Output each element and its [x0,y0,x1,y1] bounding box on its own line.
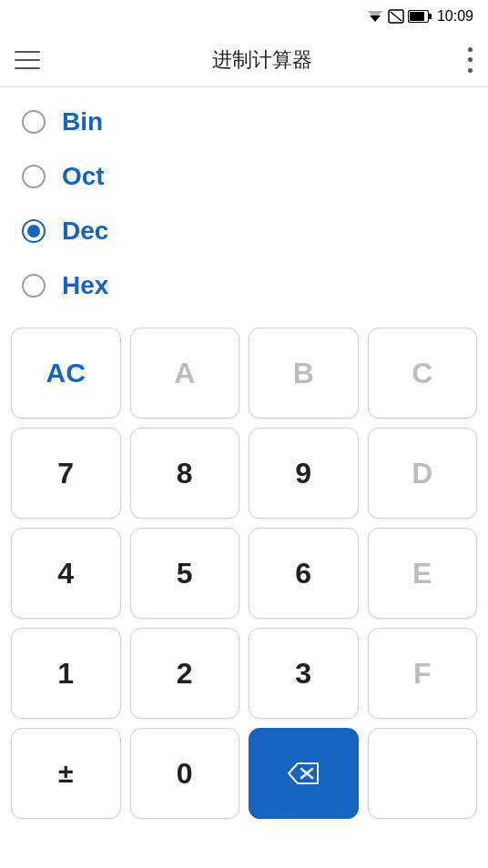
key-3[interactable]: 3 [249,628,359,719]
key-e[interactable]: E [368,528,478,619]
radio-circle-bin [22,110,46,134]
status-icons [366,9,432,24]
wifi-icon [366,9,384,24]
svg-rect-6 [429,14,432,19]
key-b[interactable]: B [249,328,359,419]
menu-button[interactable] [15,51,40,69]
key-a[interactable]: A [130,328,240,419]
keypad: AC A B C 7 8 9 D 4 5 6 E 1 2 3 F ± 0 [0,320,488,830]
radio-label-oct: Oct [62,162,105,191]
key-0[interactable]: 0 [130,728,240,819]
radio-label-hex: Hex [62,271,108,300]
radio-label-bin: Bin [62,107,103,136]
radio-bin[interactable]: Bin [22,95,466,149]
radio-dec[interactable]: Dec [22,204,466,258]
radio-circle-dec [22,219,46,243]
header: 进制计算器 [0,33,488,87]
key-6[interactable]: 6 [249,528,359,619]
key-8[interactable]: 8 [130,428,240,519]
backspace-icon [285,760,321,787]
key-9[interactable]: 9 [249,428,359,519]
svg-line-3 [391,12,402,21]
key-5[interactable]: 5 [130,528,240,619]
status-bar: 10:09 [0,0,488,33]
key-ac[interactable]: AC [11,328,121,419]
key-1[interactable]: 1 [11,628,121,719]
key-4[interactable]: 4 [11,528,121,619]
key-c[interactable]: C [368,328,478,419]
key-delete[interactable] [249,728,359,819]
radio-group: Bin Oct Dec Hex [0,87,488,320]
svg-marker-1 [367,11,383,18]
key-2[interactable]: 2 [130,628,240,719]
radio-label-dec: Dec [62,217,108,246]
radio-circle-oct [22,165,46,188]
key-7[interactable]: 7 [11,428,121,519]
key-d[interactable]: D [368,428,478,519]
radio-hex[interactable]: Hex [22,258,466,313]
key-empty [368,728,478,819]
more-button[interactable] [466,47,473,73]
radio-circle-hex [22,274,46,298]
battery-icon [408,10,432,23]
radio-oct[interactable]: Oct [22,149,466,204]
status-time: 10:09 [437,8,473,25]
key-sign[interactable]: ± [11,728,121,819]
key-f[interactable]: F [368,628,478,719]
svg-rect-5 [410,12,424,21]
app-title: 进制计算器 [58,46,466,74]
signal-icon [388,9,404,24]
